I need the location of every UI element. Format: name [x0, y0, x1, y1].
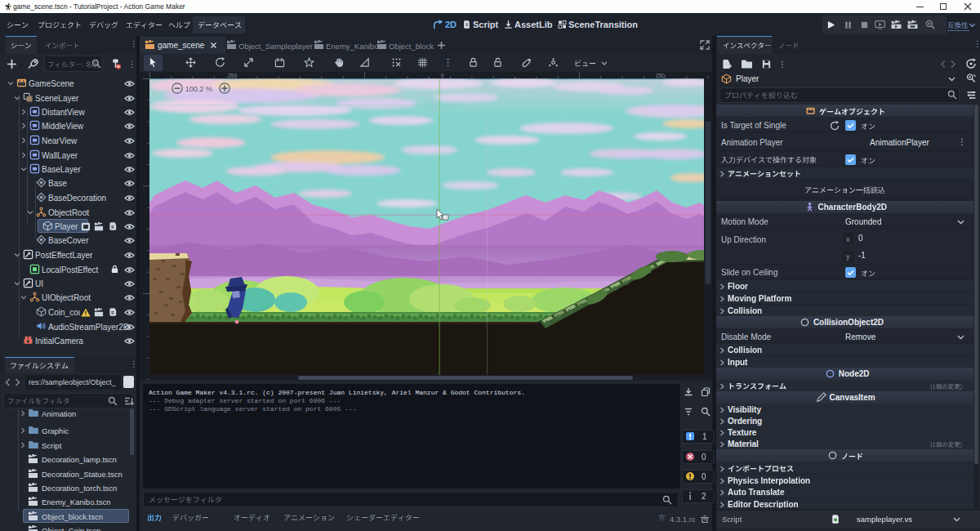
svg-text:100.2 %: 100.2 %	[185, 85, 212, 93]
svg-text:250: 250	[656, 73, 665, 78]
svg-text:-250: -250	[226, 73, 237, 78]
svg-text:0: 0	[441, 73, 444, 78]
